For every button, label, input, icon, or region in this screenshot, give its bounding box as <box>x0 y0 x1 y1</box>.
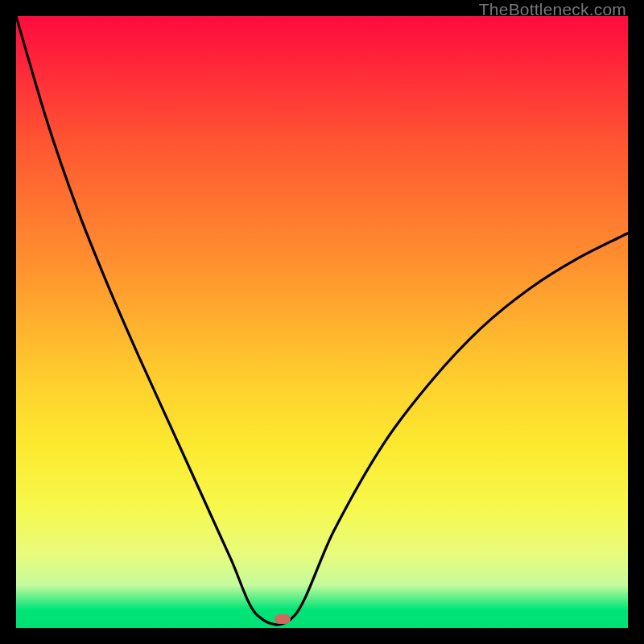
bottleneck-curve <box>16 16 628 628</box>
optimum-marker <box>275 614 291 624</box>
outer-frame: TheBottleneck.com <box>0 0 644 644</box>
chart-area <box>16 16 628 628</box>
